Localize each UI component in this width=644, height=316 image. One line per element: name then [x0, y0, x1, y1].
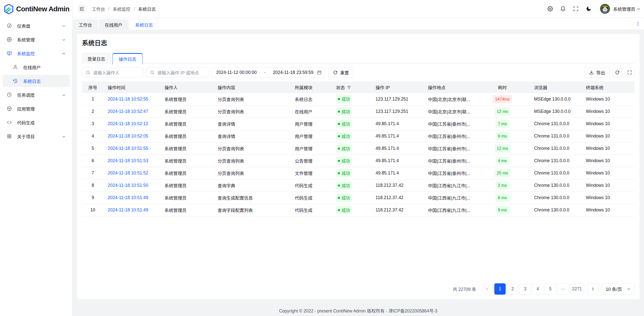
col-duration: 耗时 [475, 81, 530, 93]
duration-badge: 2 ms [496, 181, 509, 190]
cell-content: 分页查询列表 [214, 93, 291, 105]
sidebar-item-about-project[interactable]: 关于项目 [3, 130, 70, 142]
date-start-value: 2024-11-12 00:00:00 [216, 70, 257, 75]
pagination-page-button[interactable]: 4 [532, 283, 543, 295]
tab-login-log[interactable]: 登录日志 [82, 53, 111, 64]
status-dot [338, 135, 340, 137]
pagination-page-button[interactable]: 2271 [570, 283, 584, 295]
pagination-total: 共 22709 条 [453, 286, 476, 292]
cell-index: 9 [82, 192, 104, 204]
time-link[interactable]: 2024-11-18 10:52:12 [108, 121, 148, 126]
refresh-table-button[interactable] [613, 68, 622, 77]
sidebar-item-online-users[interactable]: 在线用户 [3, 61, 70, 73]
cell-browser: Chrome 131.0.0.0 [530, 155, 582, 167]
time-link[interactable]: 2024-11-18 10:51:49 [108, 195, 148, 200]
filter-icon[interactable] [347, 85, 351, 89]
table-row[interactable]: 6 2024-11-18 10:51:53 系统管理员 分页查询列表 公告管理 … [82, 155, 634, 167]
nav-tab-system-log[interactable]: 系统日志 [130, 19, 159, 30]
time-link[interactable]: 2024-11-18 10:52:05 [108, 133, 148, 139]
breadcrumb-separator: / [108, 6, 110, 12]
cell-browser: Chrome 130.0.0.0 [530, 192, 582, 204]
pagination-next-button[interactable] [587, 283, 598, 295]
table-row[interactable]: 5 2024-11-18 10:51:55 系统管理员 分页查询列表 用户管理 … [82, 142, 634, 155]
cell-operator: 系统管理员 [160, 204, 214, 216]
logo[interactable]: ContiNew Admin [0, 0, 72, 18]
duration-badge: 6 ms [496, 194, 509, 202]
time-link[interactable]: 2024-11-18 10:51:52 [108, 170, 148, 175]
page-size-select[interactable]: 10 条/页 [601, 283, 634, 295]
operator-search-input[interactable]: 请输入操作人 [82, 67, 143, 77]
cell-time: 2024-11-18 10:51:53 [104, 155, 160, 167]
chevron-down-icon[interactable] [637, 7, 640, 11]
cell-operator: 系统管理员 [160, 93, 214, 105]
cell-os: Windows 10 [582, 105, 634, 118]
fullscreen-icon [627, 70, 632, 75]
cell-status: 成功 [332, 118, 372, 130]
ip-search-input[interactable]: 请输入操作 IP 或地点 [146, 67, 208, 77]
pagination-page-button[interactable]: ··· [557, 283, 569, 295]
cell-operator: 系统管理员 [160, 167, 214, 179]
date-range-picker[interactable]: 2024-11-12 00:00:00 - 2024-11-18 23:59:5… [211, 67, 326, 77]
cell-time: 2024-11-18 10:51:52 [104, 167, 160, 179]
cell-status: 成功 [332, 130, 372, 142]
pagination-page-button[interactable]: 3 [519, 283, 531, 295]
nav-tab-online-users[interactable]: 在线用户 [99, 19, 128, 30]
ip-search-placeholder: 请输入操作 IP 或地点 [157, 69, 199, 76]
cell-time: 2024-11-18 10:52:05 [104, 130, 160, 142]
table-row[interactable]: 2 2024-11-18 10:52:47 系统管理员 分页查询列表 在线用户 … [82, 105, 634, 118]
time-link[interactable]: 2024-11-18 10:51:53 [108, 158, 148, 163]
breadcrumb-item-system-monitor[interactable]: 系统监控 [113, 6, 130, 12]
sidebar-item-dashboard[interactable]: 仪表盘 [3, 20, 70, 32]
notifications-button[interactable] [560, 6, 566, 12]
pagination-prev-button[interactable] [482, 283, 493, 295]
export-button[interactable]: 导出 [584, 67, 610, 77]
system-log-card: 系统日志 登录日志 操作日志 请输入操作人 请输入操作 IP 或地点 2024-… [77, 34, 639, 299]
time-link[interactable]: 2024-11-18 10:51:50 [108, 183, 148, 188]
sidebar-item-task-schedule[interactable]: 任务调度 [3, 89, 70, 101]
table-row[interactable]: 4 2024-11-18 10:52:05 系统管理员 查询详情 用户管理 成功… [82, 130, 634, 142]
cell-duration: 4 ms [475, 155, 530, 167]
user-name[interactable]: 系统管理员 [613, 6, 635, 12]
time-link[interactable]: 2024-11-18 10:51:55 [108, 146, 148, 151]
time-link[interactable]: 2024-11-18 10:52:47 [108, 109, 148, 114]
dark-mode-toggle[interactable] [586, 6, 591, 12]
cell-time: 2024-11-18 10:52:47 [104, 105, 160, 118]
avatar[interactable] [600, 4, 610, 14]
cell-content: 查询详情 [214, 130, 291, 142]
table-row[interactable]: 10 2024-11-18 10:51:49 系统管理员 查询字段配置列表 代码… [82, 204, 634, 216]
pagination-page-button[interactable]: 2 [507, 283, 518, 295]
settings-button[interactable] [547, 6, 553, 12]
time-link[interactable]: 2024-11-18 10:51:49 [108, 207, 148, 212]
breadcrumb-item-workbench[interactable]: 工作台 [92, 6, 105, 12]
chevron-down-icon [62, 24, 66, 28]
cell-time: 2024-11-18 10:52:12 [104, 118, 160, 130]
cell-ip: 118.212.37.42 [372, 179, 424, 192]
time-link[interactable]: 2024-11-18 10:52:55 [108, 97, 148, 102]
tabbar-more-button[interactable] [635, 18, 640, 30]
sidebar-item-app-management[interactable]: 应用管理 [3, 103, 70, 115]
sidebar-item-system-management[interactable]: 系统管理 [3, 33, 70, 46]
table-row[interactable]: 9 2024-11-18 10:51:49 系统管理员 查询生成配置信息 代码生… [82, 192, 634, 204]
col-index: 序号 [82, 81, 104, 93]
status-dot [338, 111, 340, 113]
table-fullscreen-button[interactable] [625, 68, 634, 77]
status-dot [338, 197, 340, 199]
sidebar-item-system-log[interactable]: 系统日志 [3, 75, 70, 87]
table-row[interactable]: 7 2024-11-18 10:51:52 系统管理员 分页查询列表 文件管理 … [82, 167, 634, 179]
cell-os: Windows 10 [582, 155, 634, 167]
fullscreen-button[interactable] [573, 6, 579, 12]
pagination-page-button[interactable]: 5 [545, 283, 556, 295]
tab-operation-log[interactable]: 操作日志 [112, 53, 143, 64]
nav-tab-workbench[interactable]: 工作台 [73, 19, 98, 30]
table-row[interactable]: 3 2024-11-18 10:52:12 系统管理员 查询详情 用户管理 成功… [82, 118, 634, 130]
table-row[interactable]: 1 2024-11-18 10:52:55 系统管理员 分页查询列表 系统日志 … [82, 93, 634, 105]
export-button-label: 导出 [596, 69, 605, 76]
table-row[interactable]: 8 2024-11-18 10:51:50 系统管理员 查询字典 代码生成 成功… [82, 179, 634, 192]
reset-button[interactable]: 重置 [328, 67, 354, 77]
pagination-page-button[interactable]: 1 [494, 283, 506, 295]
sidebar-item-system-monitor[interactable]: 系统监控 [3, 47, 70, 59]
sidebar-collapse-button[interactable] [78, 5, 86, 13]
cell-time: 2024-11-18 10:51:49 [104, 204, 160, 216]
cell-operator: 系统管理员 [160, 118, 214, 130]
sidebar-item-code-generation[interactable]: 代码生成 [3, 116, 70, 128]
